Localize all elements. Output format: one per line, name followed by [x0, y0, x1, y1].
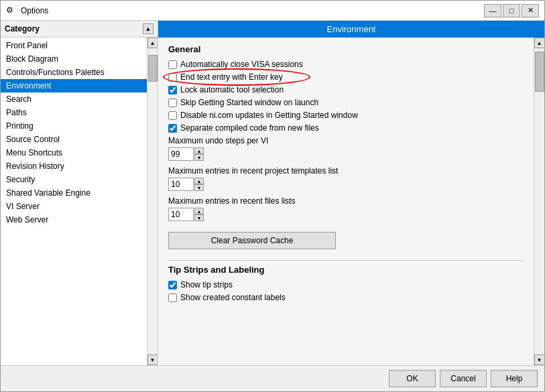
disable-ni-updates-checkbox[interactable]	[168, 111, 177, 120]
max-undo-input[interactable]	[168, 147, 194, 161]
main-panel-inner: General Automatically close VISA session…	[158, 38, 544, 365]
sidebar-item-web-server[interactable]: Web Server	[1, 213, 147, 226]
main-scroll-track[interactable]	[534, 48, 544, 354]
window-title: Options	[21, 6, 48, 15]
show-constant-labels-checkbox[interactable]	[168, 293, 177, 302]
sidebar-item-revision-history[interactable]: Revision History	[1, 159, 147, 173]
max-recent-projects-up[interactable]: ▲	[194, 178, 204, 184]
clear-password-cache-button[interactable]: Clear Password Cache	[168, 232, 336, 249]
auto-close-visa-row: Automatically close VISA sessions	[168, 60, 524, 69]
maximize-button[interactable]: □	[503, 4, 520, 17]
sidebar-scrollbar: ▲ ▼	[147, 38, 158, 365]
sidebar-list: Front Panel Block Diagram Controls/Funct…	[1, 38, 147, 365]
show-tip-strips-checkbox[interactable]	[168, 281, 177, 289]
sidebar-item-menu-shortcuts[interactable]: Menu Shortcuts	[1, 146, 147, 159]
sidebar-item-paths[interactable]: Paths	[1, 106, 147, 119]
end-text-entry-label[interactable]: End text entry with Enter key	[180, 72, 283, 82]
tip-strips-section-title: Tip Strips and Labeling	[168, 265, 524, 275]
app-icon: ⚙	[6, 5, 17, 16]
sidebar-item-controls-palettes[interactable]: Controls/Functions Palettes	[1, 66, 147, 79]
main-scroll-thumb[interactable]	[535, 52, 544, 92]
lock-auto-tool-checkbox[interactable]	[168, 86, 177, 94]
minimize-button[interactable]: —	[484, 4, 501, 17]
max-recent-files-down[interactable]: ▼	[194, 214, 204, 221]
lock-auto-tool-row: Lock automatic tool selection	[168, 85, 524, 94]
disable-ni-updates-row: Disable ni.com updates in Getting Starte…	[168, 111, 524, 120]
sidebar-item-front-panel[interactable]: Front Panel	[1, 39, 147, 52]
sidebar-header: Category ▲	[1, 21, 158, 38]
max-recent-projects-group: Maximum entries in recent project templa…	[168, 166, 524, 191]
skip-getting-started-label[interactable]: Skip Getting Started window on launch	[180, 98, 318, 107]
max-undo-label: Maximum undo steps per VI	[168, 136, 524, 145]
sidebar-header-text: Category	[5, 24, 40, 34]
sidebar-item-environment[interactable]: Environment	[1, 79, 147, 92]
separate-compiled-label[interactable]: Separate compiled code from new files	[180, 123, 319, 133]
content-area: Category ▲ Front Panel Block Diagram Con…	[1, 21, 544, 365]
main-panel: Environment General Automatically close …	[158, 21, 544, 365]
close-button[interactable]: ✕	[522, 4, 539, 17]
sidebar-item-source-control[interactable]: Source Control	[1, 133, 147, 146]
auto-close-visa-label[interactable]: Automatically close VISA sessions	[180, 60, 303, 69]
sidebar-item-vi-server[interactable]: VI Server	[1, 200, 147, 213]
max-undo-up[interactable]: ▲	[194, 147, 204, 154]
end-text-entry-checkbox[interactable]	[168, 73, 177, 82]
main-scroll-up[interactable]: ▲	[534, 38, 545, 48]
skip-getting-started-row: Skip Getting Started window on launch	[168, 98, 524, 107]
sidebar-scroll-down[interactable]: ▼	[147, 354, 158, 365]
lock-auto-tool-label[interactable]: Lock automatic tool selection	[180, 85, 284, 94]
max-recent-files-group: Maximum entries in recent files lists ▲ …	[168, 196, 524, 221]
sidebar-item-search[interactable]: Search	[1, 92, 147, 106]
end-text-entry-row: End text entry with Enter key	[168, 72, 524, 82]
max-recent-projects-down[interactable]: ▼	[194, 184, 204, 191]
max-recent-projects-spinner-buttons: ▲ ▼	[194, 178, 204, 191]
max-recent-projects-input[interactable]	[168, 178, 194, 191]
main-scrollbar: ▲ ▼	[534, 38, 544, 365]
help-button[interactable]: Help	[491, 370, 538, 387]
title-bar-left: ⚙ Options	[6, 5, 48, 16]
sidebar-scroll-track[interactable]	[147, 48, 158, 354]
max-recent-projects-label: Maximum entries in recent project templa…	[168, 166, 524, 176]
max-recent-files-spinner-buttons: ▲ ▼	[194, 208, 204, 221]
show-constant-labels-row: Show created constant labels	[168, 293, 524, 302]
title-bar: ⚙ Options — □ ✕	[1, 1, 544, 21]
ok-button[interactable]: OK	[389, 370, 436, 387]
general-section-title: General	[168, 44, 524, 54]
auto-close-visa-checkbox[interactable]	[168, 60, 177, 69]
cancel-button[interactable]: Cancel	[440, 370, 487, 387]
sidebar-item-printing[interactable]: Printing	[1, 119, 147, 133]
max-recent-files-up[interactable]: ▲	[194, 208, 204, 214]
main-scroll-down[interactable]: ▼	[534, 354, 545, 365]
sidebar-scroll-thumb[interactable]	[148, 55, 158, 82]
skip-getting-started-checkbox[interactable]	[168, 99, 177, 107]
window-controls: — □ ✕	[484, 4, 539, 17]
max-undo-down[interactable]: ▼	[194, 154, 204, 161]
max-undo-spinner-buttons: ▲ ▼	[194, 147, 204, 161]
circled-option-container: End text entry with Enter key	[168, 72, 283, 82]
separate-compiled-checkbox[interactable]	[168, 124, 177, 133]
max-undo-group: Maximum undo steps per VI ▲ ▼	[168, 136, 524, 161]
show-tip-strips-label[interactable]: Show tip strips	[180, 280, 233, 289]
max-recent-projects-control: ▲ ▼	[168, 178, 524, 191]
section-divider	[168, 260, 524, 261]
max-recent-files-label: Maximum entries in recent files lists	[168, 196, 524, 206]
max-recent-files-input[interactable]	[168, 208, 194, 221]
separate-compiled-row: Separate compiled code from new files	[168, 123, 524, 133]
show-constant-labels-label[interactable]: Show created constant labels	[180, 293, 286, 302]
options-window: ⚙ Options — □ ✕ Category ▲ Front Panel B…	[0, 0, 545, 392]
sidebar-item-security[interactable]: Security	[1, 173, 147, 186]
sidebar-collapse-btn[interactable]: ▲	[143, 23, 154, 34]
max-undo-control: ▲ ▼	[168, 147, 524, 161]
sidebar-scroll-up[interactable]: ▲	[147, 38, 158, 48]
main-content: General Automatically close VISA session…	[158, 38, 534, 365]
sidebar-item-block-diagram[interactable]: Block Diagram	[1, 52, 147, 66]
show-tip-strips-row: Show tip strips	[168, 280, 524, 289]
sidebar: Category ▲ Front Panel Block Diagram Con…	[1, 21, 158, 365]
main-header: Environment	[158, 21, 544, 38]
sidebar-item-shared-variable[interactable]: Shared Variable Engine	[1, 186, 147, 200]
disable-ni-updates-label[interactable]: Disable ni.com updates in Getting Starte…	[180, 111, 358, 120]
bottom-bar: OK Cancel Help	[1, 365, 544, 391]
max-recent-files-control: ▲ ▼	[168, 208, 524, 221]
